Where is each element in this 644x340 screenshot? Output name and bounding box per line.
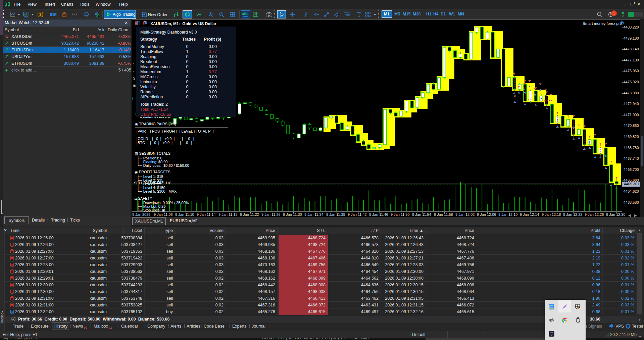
svg-text:LVL: LVL bbox=[621, 15, 625, 17]
svg-text:$: $ bbox=[39, 12, 41, 16]
svg-text:!: ! bbox=[578, 307, 579, 309]
